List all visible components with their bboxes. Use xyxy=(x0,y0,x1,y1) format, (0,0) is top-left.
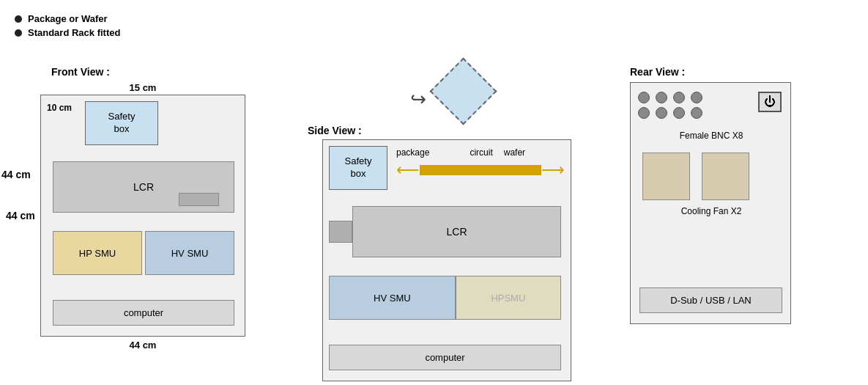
power-icon: ⏻ xyxy=(758,92,782,112)
front-hp-smu-label: HP SMU xyxy=(79,248,116,259)
front-computer-box: computer xyxy=(53,300,234,326)
side-safety-box: Safetybox xyxy=(329,146,387,190)
circuit-area: package circuit wafer ⟵ ⟶ xyxy=(396,147,565,180)
wafer-label: wafer xyxy=(504,147,525,158)
side-hpsmu-label: HPSMU xyxy=(491,293,525,304)
rotated-diamond xyxy=(430,58,497,125)
side-main-box: Safetybox package circuit wafer ⟵ ⟶ xyxy=(322,139,571,381)
bnc-dot-5 xyxy=(638,107,650,119)
package-label: package xyxy=(396,147,429,158)
fan-box-2 xyxy=(702,153,749,200)
front-computer-label: computer xyxy=(124,307,163,318)
front-dim-top: 15 cm xyxy=(130,82,157,93)
side-hv-smu-label: HV SMU xyxy=(374,293,411,304)
front-dim-left: 44 cm xyxy=(6,210,35,221)
bnc-dot-8 xyxy=(691,107,702,119)
front-hv-smu: HV SMU xyxy=(145,231,234,275)
rear-view-label: Rear View : xyxy=(630,66,685,78)
arrow-bar-row: ⟵ ⟶ xyxy=(396,161,565,180)
front-view: Front View : 15 cm 44 cm 10 cm Safetybox… xyxy=(15,66,271,385)
bnc-dot-7 xyxy=(673,107,685,119)
legend-label-2: Standard Rack fitted xyxy=(28,27,120,38)
legend-item-1: Package or Wafer xyxy=(15,13,120,24)
side-hv-smu: HV SMU xyxy=(329,276,456,320)
bnc-row-2 xyxy=(638,107,702,119)
front-view-label: Front View : xyxy=(51,66,110,78)
side-lcr-stub xyxy=(329,221,352,243)
circuit-label: circuit xyxy=(470,147,492,158)
front-hp-smu: HP SMU xyxy=(53,231,142,275)
rear-view: Rear View : xyxy=(630,66,791,385)
arrow-left-icon: ⟵ xyxy=(396,161,420,180)
cooling-fan-label: Cooling Fan X2 xyxy=(638,206,784,216)
legend-label-1: Package or Wafer xyxy=(28,13,108,24)
side-hpsmu: HPSMU xyxy=(456,276,561,320)
dsub-box: D-Sub / USB / LAN xyxy=(639,287,782,313)
views-container: Front View : 15 cm 44 cm 10 cm Safetybox… xyxy=(15,66,853,385)
side-view-label: Side View : xyxy=(308,125,362,136)
bnc-dot-6 xyxy=(656,107,667,119)
front-10cm-label: 10 cm xyxy=(47,103,72,113)
side-lcr-label: LCR xyxy=(446,226,467,238)
front-safety-box-label: Safetybox xyxy=(108,111,136,136)
cooling-fans-row xyxy=(642,153,749,200)
bnc-dot-4 xyxy=(691,92,702,103)
bullet-1 xyxy=(15,15,22,23)
side-lcr-box: LCR xyxy=(352,206,561,257)
front-dim-bottom: 44 cm xyxy=(130,340,157,351)
bnc-dot-1 xyxy=(638,92,650,103)
side-computer-box: computer xyxy=(329,345,561,370)
side-computer-label: computer xyxy=(425,352,464,363)
legend-item-2: Standard Rack fitted xyxy=(15,27,120,38)
fan-box-1 xyxy=(642,153,690,200)
legend: Package or Wafer Standard Rack fitted xyxy=(15,13,120,41)
side-safety-box-label: Safetybox xyxy=(345,155,372,180)
side-smu-row: HV SMU HPSMU xyxy=(329,276,561,320)
front-hv-smu-label: HV SMU xyxy=(171,248,209,259)
bnc-dot-2 xyxy=(656,92,667,103)
circuit-labels-row: package circuit wafer xyxy=(396,147,565,158)
curved-arrow-icon: ↩ xyxy=(410,88,426,111)
front-main-box: 44 cm 10 cm Safetybox LCR HP SMU HV SMU xyxy=(40,95,245,337)
dsub-label: D-Sub / USB / LAN xyxy=(670,295,752,306)
side-view: ↩ Side View : Safetybox package circuit xyxy=(300,66,593,385)
front-smu-row: HP SMU HV SMU xyxy=(53,231,234,275)
bnc-dot-3 xyxy=(673,92,685,103)
front-safety-box: Safetybox xyxy=(85,101,158,145)
female-bnc-label: Female BNC X8 xyxy=(638,131,784,141)
arrow-bar-rect xyxy=(420,165,541,175)
bullet-2 xyxy=(15,29,22,37)
page-container: Package or Wafer Standard Rack fitted 44… xyxy=(0,0,868,385)
rear-main-box: ⏻ Female BNC X8 Cooling Fan X2 D-Sub / U… xyxy=(630,82,791,324)
front-lcr-small-rect xyxy=(179,193,219,206)
bnc-row-1 xyxy=(638,92,702,103)
front-lcr-label: LCR xyxy=(133,181,154,193)
front-lcr-box: LCR xyxy=(53,161,234,213)
arrow-right-icon: ⟶ xyxy=(541,161,565,180)
